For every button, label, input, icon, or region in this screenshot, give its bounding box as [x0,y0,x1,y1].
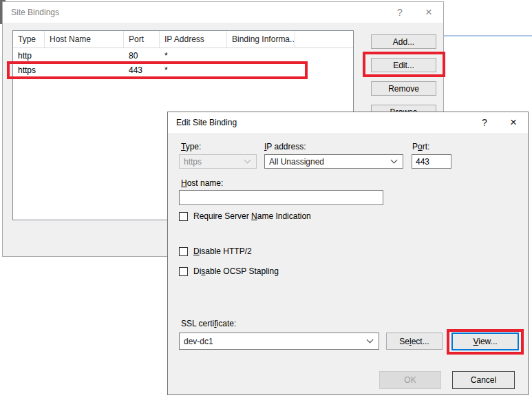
disable-ocsp-checkbox[interactable] [179,267,188,276]
column-header-binding-info[interactable]: Binding Informa... [227,31,295,48]
require-sni-label[interactable]: Require Server Name Indication [193,211,311,221]
cell-type: http [13,51,45,61]
type-dropdown[interactable]: https [179,154,257,169]
binding-row-http[interactable]: http 80 * [13,48,353,63]
column-header-port[interactable]: Port [124,31,160,48]
chevron-down-icon [244,156,251,163]
binding-row-https[interactable]: https 443 * [13,63,353,77]
ok-button[interactable]: OK [379,371,441,389]
cell-port: 443 [124,65,160,75]
site-bindings-titlebar: Site Bindings ? × [3,2,443,23]
cell-ip-address: * [160,51,227,61]
cell-ip-address: * [160,65,227,75]
close-icon[interactable]: × [414,2,443,23]
ssl-certificate-label: SSL certificate: [181,319,236,328]
help-icon[interactable]: ? [385,2,414,23]
cell-type: https [13,65,45,75]
edit-binding-title: Edit Site Binding [168,118,237,127]
ip-address-label: IP address: [264,142,306,151]
select-button[interactable]: Select... [386,333,443,350]
bindings-list-header: Type Host Name Port IP Address Binding I… [13,31,353,48]
port-label: Port: [412,142,429,151]
remove-button[interactable]: Remove [371,81,436,96]
port-input[interactable] [412,154,451,169]
cancel-button[interactable]: Cancel [452,371,515,389]
close-icon[interactable]: × [499,112,528,133]
column-header-ip-address[interactable]: IP Address [160,31,227,48]
disable-http2-label[interactable]: Disable HTTP/2 [193,246,252,256]
site-bindings-title: Site Bindings [3,8,59,17]
edit-binding-titlebar: Edit Site Binding ? × [168,112,528,133]
chevron-down-icon [367,336,374,343]
require-sni-checkbox-row: Require Server Name Indication [179,211,311,221]
cell-port: 80 [124,51,160,61]
disable-ocsp-label[interactable]: Disable OCSP Stapling [193,266,279,276]
host-name-label: Host name: [181,178,223,188]
help-icon[interactable]: ? [470,112,499,133]
view-button[interactable]: View... [451,333,519,350]
disable-http2-checkbox-row: Disable HTTP/2 [179,246,252,256]
background-panel-border [444,35,532,36]
column-header-filler [295,31,353,48]
type-label: Type: [181,142,201,151]
disable-http2-checkbox[interactable] [179,247,188,256]
column-header-type[interactable]: Type [13,31,45,48]
column-header-host-name[interactable]: Host Name [45,31,124,48]
ip-address-dropdown[interactable]: All Unassigned [264,154,403,169]
chevron-down-icon [391,156,398,163]
disable-ocsp-checkbox-row: Disable OCSP Stapling [179,266,279,276]
host-name-input[interactable] [179,190,383,205]
require-sni-checkbox[interactable] [179,212,188,221]
add-button[interactable]: Add... [371,34,436,49]
edit-button[interactable]: Edit... [371,58,436,72]
ssl-certificate-dropdown[interactable]: dev-dc1 [179,333,379,350]
edit-site-binding-dialog: Edit Site Binding ? × Type: IP address: … [167,112,529,395]
